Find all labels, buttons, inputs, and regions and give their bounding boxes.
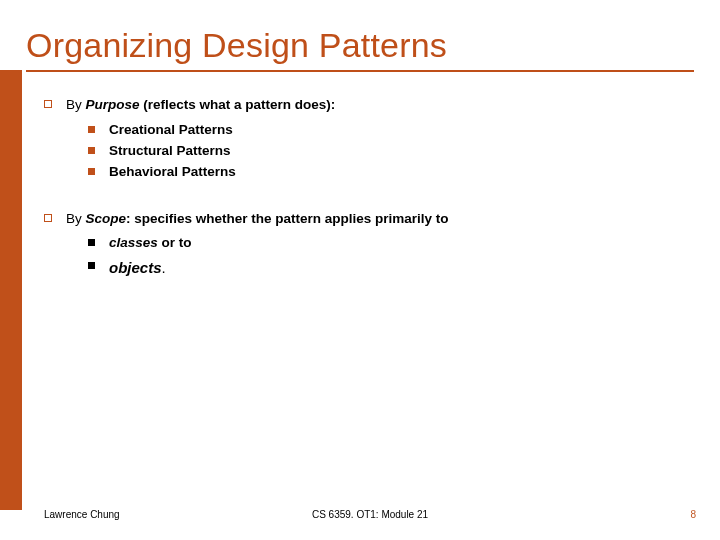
text-run: By (66, 97, 86, 112)
title-underline (26, 70, 694, 72)
list-item-text: objects. (109, 257, 166, 278)
sub-list: Creational Patterns Structural Patterns … (88, 121, 684, 182)
list-item: Structural Patterns (88, 142, 684, 161)
slide-footer: Lawrence Chung CS 6359. OT1: Module 21 8 (44, 509, 696, 520)
text-run: (reflects what a pattern does): (140, 97, 336, 112)
bullet-open-icon (44, 214, 52, 222)
list-item: Behavioral Patterns (88, 163, 684, 182)
text-run: : specifies whether the pattern applies … (126, 211, 449, 226)
footer-author: Lawrence Chung (44, 509, 120, 520)
list-item-text: Creational Patterns (109, 121, 233, 140)
text-emphasis: Purpose (86, 97, 140, 112)
bullet-black-icon (88, 262, 95, 269)
bullet-solid-icon (88, 168, 95, 175)
list-item-text: classes or to (109, 234, 192, 253)
bullet-black-icon (88, 239, 95, 246)
list-item-text: By Scope: specifies whether the pattern … (66, 210, 449, 229)
bullet-solid-icon (88, 126, 95, 133)
list-item: Creational Patterns (88, 121, 684, 140)
sub-list: classes or to objects. (88, 234, 684, 278)
page-number: 8 (690, 509, 696, 520)
bullet-open-icon (44, 100, 52, 108)
text-emphasis: classes (109, 235, 158, 250)
list-item-text: Behavioral Patterns (109, 163, 236, 182)
text-emphasis: Scope (86, 211, 127, 226)
text-run: . (162, 259, 166, 276)
text-run: By (66, 211, 86, 226)
list-item: By Purpose (reflects what a pattern does… (44, 96, 684, 115)
text-run: or to (158, 235, 192, 250)
bullet-solid-icon (88, 147, 95, 154)
text-emphasis: objects (109, 259, 162, 276)
slide-body: By Purpose (reflects what a pattern does… (44, 96, 684, 278)
list-item: By Scope: specifies whether the pattern … (44, 210, 684, 229)
list-item-text: Structural Patterns (109, 142, 231, 161)
list-item-text: By Purpose (reflects what a pattern does… (66, 96, 335, 115)
footer-course: CS 6359. OT1: Module 21 (312, 509, 428, 520)
accent-sidebar (0, 70, 22, 510)
list-item: objects. (88, 257, 684, 278)
slide-title: Organizing Design Patterns (26, 26, 447, 65)
list-item: classes or to (88, 234, 684, 253)
